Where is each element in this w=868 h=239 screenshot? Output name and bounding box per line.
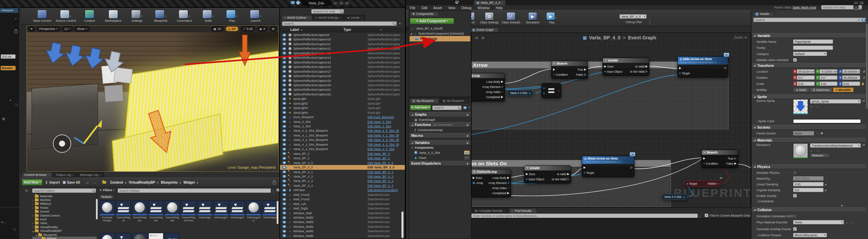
texture-filter-chip[interactable]: Texture bbox=[99, 195, 114, 199]
components-tab[interactable]: ✱Components× bbox=[410, 11, 439, 16]
visibility-eye-icon[interactable] bbox=[282, 61, 287, 64]
outliner-row[interactable]: ⌂ Varta_4_4_Slot_Blueprint Edit Varta_4_… bbox=[280, 147, 405, 151]
visibility-eye-icon[interactable] bbox=[282, 216, 287, 219]
label-column-header[interactable]: Label bbox=[290, 28, 299, 32]
asset-gamewidget-entry[interactable]: ♥GameWidget Entry bbox=[181, 200, 196, 222]
bp-toolbar-class-defaults-button[interactable]: ✓ Class Defaults bbox=[500, 13, 522, 24]
tab-output-log[interactable]: Output Log × bbox=[53, 172, 77, 177]
camera-speed-icon[interactable]: ▶4 bbox=[257, 26, 268, 32]
variable-hidden-icon[interactable]: – bbox=[464, 156, 470, 160]
variables-section[interactable]: ◢Variables+ bbox=[409, 140, 471, 145]
folder-meshes[interactable]: ▷Meshes bbox=[32, 198, 97, 202]
outliner-row[interactable]: SphereReflectionCapture9 SphereReflectio… bbox=[280, 33, 405, 37]
save-all-button[interactable]: Save All bbox=[63, 181, 80, 184]
visibility-eye-icon[interactable] bbox=[282, 70, 287, 73]
add-actor-icon[interactable]: + bbox=[399, 21, 401, 25]
blueprint-window-tab[interactable]: ▦Varta_BP_4_0× bbox=[474, 0, 506, 5]
outliner-scrollbar[interactable] bbox=[401, 212, 403, 238]
breadcrumb-widget[interactable]: Widget bbox=[183, 181, 195, 184]
isvalid-1[interactable]: ?IsValid ▶Exec●Input Object▶Is Valid▷Is … bbox=[603, 58, 649, 76]
add-icon[interactable]: + bbox=[9, 98, 12, 102]
pin-true[interactable]: ▶True bbox=[576, 67, 586, 72]
breadcrumb-virtualrealitybp[interactable]: VirtualRealityBP bbox=[129, 181, 155, 184]
toolbar-save-current-button[interactable]: Save Current bbox=[30, 10, 54, 22]
asset-gamewidget1[interactable]: GameWidget1 bbox=[132, 200, 147, 222]
tab-levels[interactable]: ▰Levels × bbox=[344, 15, 365, 20]
outliner-row[interactable]: SphereReflectionCapture20 SphereReflecti… bbox=[280, 83, 405, 88]
outliner-row[interactable]: ⌂ Wall_Left StaticMeshActor bbox=[280, 202, 405, 206]
asset-example-widget[interactable]: Example Widget bbox=[100, 200, 115, 222]
close-icon[interactable]: × bbox=[15, 17, 17, 20]
edit-asset-link[interactable]: Edit Varta_BP_4_3 bbox=[368, 179, 403, 183]
expand-section-icon[interactable]: ▼ bbox=[841, 204, 843, 207]
tab-message-log[interactable]: Message Log × bbox=[77, 172, 104, 177]
foreach-loop-1[interactable]: ↻ForEachLoop ▶Exec▦Array▶Loop Body●Array… bbox=[471, 73, 505, 101]
toolbar-marketplace-button[interactable]: Marketplace bbox=[101, 10, 125, 22]
branch-2[interactable]: <Branch ▶●Condition▷True▶False bbox=[702, 150, 738, 168]
graph-breadcrumb[interactable]: ▦ Varta_BP_4_0>Event Graph bbox=[583, 35, 656, 40]
menu-debug[interactable]: Debug bbox=[461, 6, 471, 10]
details-search-input[interactable]: Search bbox=[753, 18, 866, 22]
edit-asset-link[interactable]: Edit Varta_4_2_Slot_Bl bbox=[368, 138, 403, 142]
outliner-search-input[interactable]: Search... bbox=[282, 21, 397, 26]
graph-nav-back-icon[interactable]: ◀ bbox=[474, 35, 478, 40]
eventgraph-item[interactable]: ▦EventGraph bbox=[409, 117, 471, 122]
tab-event-graph[interactable]: ▦Event Graph × bbox=[470, 27, 499, 32]
pin-loop-body[interactable]: ▶Loop Body bbox=[488, 175, 509, 180]
visibility-eye-icon[interactable] bbox=[282, 198, 287, 201]
asset-infowidget[interactable]: ♥InfoWidget bbox=[262, 200, 277, 219]
close-icon[interactable]: × bbox=[344, 1, 350, 5]
outliner-row[interactable]: ⌂ Window_Wall StaticMeshActor bbox=[280, 211, 405, 216]
visibility-eye-icon[interactable] bbox=[282, 129, 287, 132]
outliner-row[interactable]: ⌂ Varta_BP_3_0 Edit Varta_BP_3_0 bbox=[280, 161, 405, 165]
tab-world-settings[interactable]: ≡World Settings × bbox=[313, 15, 344, 20]
pin-exec[interactable]: ▶ bbox=[703, 156, 718, 161]
add-new-button[interactable]: Add New▾ bbox=[22, 179, 42, 185]
asset-row2-item[interactable]: ⚙▦ bbox=[165, 233, 180, 239]
asset-infoimage2[interactable]: ♥InfoImage2 bbox=[230, 200, 245, 219]
outliner-row[interactable]: ⌂ Varta_4_2_Slot_Blueprint Edit Varta_4_… bbox=[280, 137, 405, 142]
visibility-eye-icon[interactable] bbox=[282, 56, 287, 59]
event-dispatchers-section[interactable]: Event Dispatchers+ bbox=[409, 161, 471, 166]
location-x-field[interactable]: 26.52154 cm bbox=[797, 69, 815, 74]
visibility-eye-icon[interactable] bbox=[282, 84, 287, 87]
folder-truck[interactable]: truck bbox=[32, 217, 97, 221]
search-icon[interactable] bbox=[649, 20, 650, 24]
variable-slot-item[interactable]: Varta_4_0_Slot bbox=[409, 150, 471, 155]
folder-military1[interactable]: ▷Military1 bbox=[32, 202, 97, 206]
add-graph-icon[interactable]: + bbox=[467, 113, 469, 117]
edit-asset-link[interactable]: Edit Varta_BP_4_1 bbox=[368, 170, 403, 174]
background-movable-chip[interactable]: Movable bbox=[1, 66, 16, 70]
close-icon[interactable]: × bbox=[853, 5, 859, 9]
folder-virtualreality[interactable]: ▷VirtualReality bbox=[32, 225, 97, 229]
editable-when-inherited-checkbox[interactable]: ✓ bbox=[793, 58, 797, 62]
viewport-show-button[interactable]: Show ▾ bbox=[74, 26, 90, 32]
parent-class-link[interactable]: Static Mesh Actor bbox=[793, 6, 816, 9]
edit-asset-link[interactable]: Edit Varta_BP_2 bbox=[368, 157, 403, 160]
outliner-row[interactable]: SphereReflectionCapture13 SphereReflecti… bbox=[280, 51, 405, 56]
tab-find-results[interactable]: ⌕Find Results × bbox=[509, 208, 537, 213]
visibility-eye-icon[interactable] bbox=[282, 52, 287, 55]
outliner-row[interactable]: SphereReflectionCapture19 SphereReflecti… bbox=[280, 78, 405, 83]
toolbar-launch-button[interactable]: ▾ Launch bbox=[244, 10, 268, 22]
scale-x-field[interactable]: 0.01 bbox=[797, 81, 815, 86]
generate-overlap-events-checkbox[interactable]: ✓ bbox=[793, 227, 797, 231]
menu-help[interactable]: Help bbox=[496, 6, 503, 10]
visibility-eye-icon[interactable] bbox=[282, 111, 287, 114]
asset-gamewidget[interactable]: ♥GameWidget bbox=[116, 200, 131, 222]
event-graph-canvas[interactable]: t Arrowws on Slots On ↻ForEachLoop ▶Exec… bbox=[471, 33, 751, 208]
outliner-row[interactable]: ⌂ Window_Wall4 StaticMeshActor bbox=[280, 224, 405, 229]
close-icon[interactable]: × bbox=[435, 13, 437, 16]
outliner-row[interactable]: ⌂ Wall_Front2 StaticMeshActor bbox=[280, 192, 405, 197]
add-macro-icon[interactable]: + bbox=[467, 134, 469, 138]
folder-widget[interactable]: Widget bbox=[32, 237, 97, 239]
simulation-generates-hit-even-checkbox[interactable] bbox=[793, 214, 797, 218]
construction-script-item[interactable]: ƒConstructionScript bbox=[409, 127, 471, 132]
details-tab[interactable]: iDetails× bbox=[753, 11, 775, 16]
angle-snap-icon[interactable]: △10° bbox=[225, 26, 239, 32]
filters-button[interactable]: ▼Filters▾ bbox=[99, 188, 114, 192]
edit-asset-link[interactable]: Edit Varta_BP_3_0 bbox=[368, 161, 403, 165]
grid-snap-icon[interactable]: ▦10 bbox=[211, 26, 224, 32]
browse-icon[interactable] bbox=[816, 105, 818, 108]
pin-is-valid[interactable]: ▶Is Valid bbox=[552, 171, 569, 177]
